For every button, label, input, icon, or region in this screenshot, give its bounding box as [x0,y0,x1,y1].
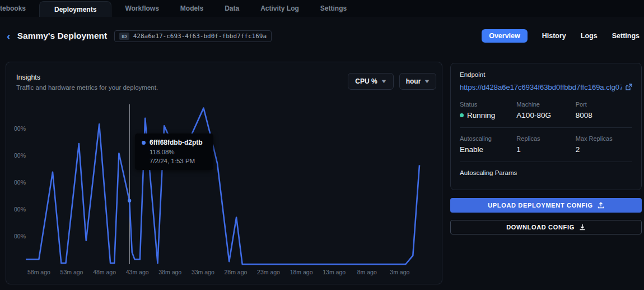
interval-dropdown[interactable]: hour ▼ [399,73,436,90]
chevron-down-icon: ▼ [424,79,431,84]
nav-tab-deployments[interactable]: Deployments [39,1,111,17]
y-tick-label: 00% [14,206,30,213]
nav-tab-notebooks[interactable]: tebooks [0,0,31,17]
cpu-line-chart[interactable] [6,102,443,275]
replicas-label: Replicas [516,135,575,142]
endpoint-card: Endpoint https://d428a6e17c6934f63bd0ffb… [450,63,642,190]
metric-dropdown-value: CPU % [355,77,377,85]
interval-dropdown-value: hour [406,77,421,85]
insights-card: Insights Traffic and hardware metrics fo… [6,62,442,284]
download-config-button[interactable]: DOWNLOAD CONFIG [450,220,642,234]
metric-dropdown[interactable]: CPU % ▼ [348,73,394,90]
hovered-point-dot [128,199,131,202]
x-tick-label: 33m ago [186,269,220,275]
external-link-icon[interactable] [625,84,632,91]
x-tick-label: 23m ago [252,269,286,275]
deployment-header: ‹ Sammy's Deployment ID 428a6e17-c693-4f… [0,17,644,55]
x-tick-label: 53m ago [55,269,88,275]
x-tick-label: 28m ago [219,269,253,275]
x-tick-label: 13m ago [318,269,351,275]
tab-logs[interactable]: Logs [581,32,598,40]
endpoint-url-link[interactable]: https://d428a6e17c6934f63bd0ffbbd7ffc169… [460,83,622,91]
upload-deployment-config-button[interactable]: UPLOAD DEPLOYMENT CONFIG [450,198,642,213]
nav-tab-workflows[interactable]: Workflows [119,0,164,17]
y-tick-label: 00% [14,179,30,186]
insights-title: Insights [16,73,40,81]
nav-tab-activity-log[interactable]: Activity Log [255,0,305,17]
tooltip-series-name: 6fff68fdbb-d2ptb [150,139,203,146]
id-label: ID [119,33,129,40]
top-nav: tebooks Deployments Workflows Models Dat… [0,0,644,17]
machine-value: A100-80G [516,111,575,119]
port-value: 8008 [576,111,632,119]
replicas-value: 1 [516,145,575,154]
x-tick-label: 18m ago [284,269,318,275]
x-tick-label: 58m ago [22,269,55,275]
divider [460,127,632,128]
y-tick-label: 00% [14,125,30,132]
chart-tooltip: 6fff68fdbb-d2ptb 118.08% 7/2/24, 1:53 PM [135,134,213,170]
x-tick-label: 3m ago [383,269,417,275]
page-title: Sammy's Deployment [17,31,107,41]
insights-subtitle: Traffic and hardware metrics for your de… [16,84,158,91]
status-label: Status [460,101,516,108]
max-replicas-label: Max Replicas [576,135,632,142]
deployment-id-value: 428a6e17-c693-4f63-bd0f-fbbd7ffc169a [133,33,267,40]
x-tick-label: 38m ago [153,269,187,275]
series-line [26,108,419,264]
x-tick-label: 43m ago [120,269,154,275]
endpoint-title: Endpoint [460,71,632,78]
divider [460,162,632,162]
nav-tab-settings[interactable]: Settings [315,0,352,17]
tab-history[interactable]: History [542,32,566,40]
max-replicas-value: 2 [576,145,632,154]
tab-overview[interactable]: Overview [482,29,528,43]
status-value: Running [460,111,516,119]
autoscaling-params-title: Autoscaling Params [460,169,632,176]
chevron-down-icon: ▼ [380,79,387,84]
autoscaling-value: Enable [460,145,516,154]
chart-canvas [6,102,443,275]
x-tick-label: 8m ago [350,269,384,275]
y-tick-label: 00% [14,152,30,159]
x-tick-label: 48m ago [88,269,122,275]
machine-label: Machine [516,101,575,108]
download-icon [579,224,586,231]
deployment-id-badge[interactable]: ID 428a6e17-c693-4f63-bd0f-fbbd7ffc169a [114,30,272,42]
autoscaling-label: Autoscaling [460,135,516,142]
tab-settings[interactable]: Settings [612,32,640,40]
status-running-dot-icon [460,113,464,117]
nav-tab-data[interactable]: Data [219,0,245,17]
view-switcher: Overview History Logs Settings [482,29,640,43]
series-dot-icon [142,141,146,145]
port-label: Port [576,101,632,108]
upload-icon [598,202,604,209]
nav-tab-models[interactable]: Models [175,0,209,17]
tooltip-value: 118.08% [150,149,207,155]
tooltip-time: 7/2/24, 1:53 PM [150,158,207,164]
y-tick-label: 00% [14,233,30,240]
back-icon[interactable]: ‹ [4,30,13,42]
